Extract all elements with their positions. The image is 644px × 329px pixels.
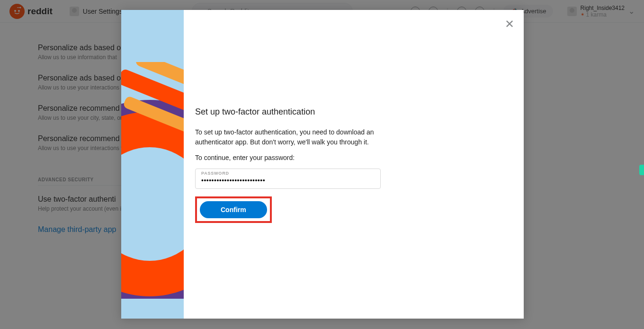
modal-desc: To set up two-factor authentication, you… [195,127,380,147]
password-label: PASSWORD [201,171,375,176]
modal-title: Set up two-factor authentication [195,107,505,117]
password-input[interactable] [201,176,375,184]
close-icon: ✕ [505,18,514,30]
password-field-wrap: PASSWORD [195,169,381,189]
confirm-button[interactable]: Confirm [200,201,267,218]
svg-point-5 [121,147,184,261]
twofa-modal: ✕ Set up two-factor authentication To se… [121,10,524,319]
modal-artwork [121,10,184,319]
close-button[interactable]: ✕ [505,18,514,31]
feedback-tab[interactable] [639,165,644,175]
modal-body: ✕ Set up two-factor authentication To se… [184,10,524,319]
confirm-highlight: Confirm [195,196,272,223]
modal-prompt: To continue, enter your password: [195,153,380,163]
